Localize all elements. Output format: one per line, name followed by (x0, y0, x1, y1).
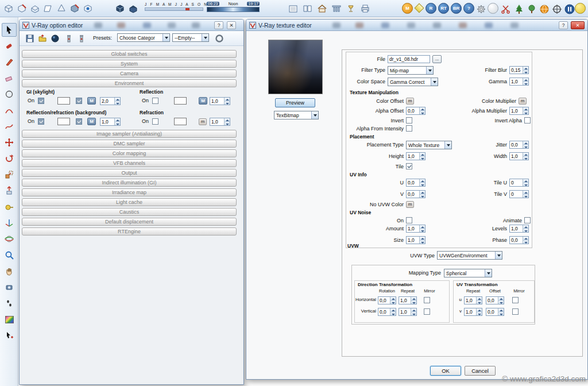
globe-icon[interactable] (538, 3, 551, 16)
section-camera[interactable]: Camera (22, 70, 237, 78)
shape-tool-icon-5[interactable] (55, 2, 68, 15)
uv-noise-on-checkbox[interactable] (406, 217, 412, 223)
eraser-tool-icon[interactable] (2, 71, 17, 85)
save-icon[interactable] (24, 33, 36, 44)
section-default-displacement[interactable]: Default displacement (22, 218, 237, 226)
move-tool-icon[interactable] (2, 136, 17, 149)
preview-button[interactable]: Preview (275, 98, 315, 107)
alpha-multiplier-spinner[interactable]: 1,0 (509, 107, 529, 115)
v-mirror-checkbox[interactable] (512, 308, 519, 315)
horizontal-rotation-spinner[interactable]: 0,0 (378, 296, 396, 304)
v-offset-spinner[interactable]: 0,0 (486, 308, 504, 316)
arc-tool-icon[interactable] (2, 103, 17, 117)
camera-tool-icon[interactable] (2, 280, 17, 294)
scissors-icon[interactable] (500, 3, 512, 16)
horizontal-repeat-spinner[interactable]: 1,0 (399, 296, 417, 304)
gi-map-button[interactable]: M (87, 97, 96, 105)
option-editor-help-button[interactable]: ? (214, 21, 223, 29)
select-tool-icon[interactable] (2, 23, 17, 37)
uvw-type-dropdown[interactable]: UVWGenEnvironment (437, 251, 502, 260)
shape-tool-icon-3[interactable] (29, 2, 41, 15)
texture-editor-help-button[interactable]: ? (559, 21, 568, 29)
columns-icon[interactable] (330, 2, 343, 15)
vertical-rotation-spinner[interactable]: 0,0 (378, 308, 396, 316)
open-icon[interactable] (37, 33, 48, 44)
section-dmc-sampler[interactable]: DMC sampler (22, 140, 237, 148)
background-color-swatch[interactable] (57, 118, 70, 125)
rotate-tool-icon[interactable] (2, 152, 17, 165)
reflection-color-swatch[interactable] (174, 97, 187, 105)
file-browse-button[interactable]: ... (432, 55, 442, 63)
section-caustics[interactable]: Caustics (22, 208, 237, 216)
solid-tool-icon-1[interactable] (114, 2, 126, 15)
shape-tool-icon-7[interactable] (82, 2, 94, 15)
circle-tool-icon[interactable] (2, 87, 17, 101)
refraction-on-checkbox[interactable] (152, 118, 158, 125)
background-color-checkbox[interactable] (76, 118, 82, 125)
section-light-cache[interactable]: Light cache (22, 198, 237, 206)
placement-type-dropdown[interactable]: Whole Texture (406, 141, 452, 149)
invert-alpha-checkbox[interactable] (524, 117, 531, 123)
rt-render-icon[interactable]: RT (438, 3, 449, 14)
color-space-dropdown[interactable]: Gamma Correct (388, 78, 438, 86)
shadow-date-thumb[interactable] (185, 8, 189, 10)
section-global-switches[interactable]: Global switches (22, 50, 237, 58)
mapping-type-dropdown[interactable]: Spherical (444, 269, 492, 277)
printer-icon[interactable] (359, 2, 372, 15)
chevron-down-icon[interactable] (485, 269, 492, 277)
height-spinner[interactable]: 1,0 (406, 152, 425, 160)
u-repeat-spinner[interactable]: 1,0 (464, 296, 482, 304)
cancel-button[interactable]: Cancel (465, 366, 496, 376)
preset-category-dropdown[interactable]: Choose Categor (117, 33, 170, 42)
levels-spinner[interactable]: 1,0 (509, 225, 529, 233)
section-color-mapping[interactable]: Color mapping (22, 149, 237, 157)
solid-tool-icon-2[interactable] (127, 2, 140, 15)
refraction-map-button[interactable]: m (199, 118, 207, 125)
gi-color-swatch[interactable] (57, 97, 70, 105)
chevron-down-icon[interactable] (311, 111, 318, 119)
v-repeat-spinner[interactable]: 1,0 (464, 308, 482, 316)
pushpull-tool-icon[interactable] (2, 184, 17, 198)
target-icon[interactable] (551, 3, 563, 16)
amount-spinner[interactable]: 1,0 (406, 225, 425, 233)
u-spinner[interactable]: 0,0 (406, 179, 425, 187)
tile-v-spinner[interactable]: 0 (509, 190, 529, 198)
refraction-color-swatch[interactable] (174, 118, 187, 125)
section-environment[interactable]: Environment (22, 79, 237, 87)
chevron-down-icon[interactable] (495, 252, 502, 259)
batch-render-icon[interactable]: BR (451, 3, 462, 14)
shadow-date-slider[interactable]: J F M A M J J A S O N D (145, 2, 203, 11)
help-plugin-icon[interactable]: ? (463, 3, 474, 14)
shape-tool-icon-1[interactable] (2, 2, 15, 15)
moment-plugin-icon[interactable]: M (402, 3, 413, 14)
orbit-tool-icon[interactable] (2, 232, 17, 246)
vertical-mirror-checkbox[interactable] (424, 308, 430, 315)
tile-checkbox[interactable] (406, 163, 412, 169)
tile-u-spinner[interactable]: 0 (509, 179, 529, 187)
section-output[interactable]: Output (22, 169, 237, 177)
alpha-offset-spinner[interactable]: 0,0 (406, 107, 425, 115)
u-mirror-checkbox[interactable] (512, 297, 519, 303)
color-multiplier-map-button[interactable]: m (519, 98, 527, 105)
gi-on-checkbox[interactable] (38, 98, 44, 104)
sphere-icon[interactable] (488, 3, 498, 14)
background-map-button[interactable]: M (87, 118, 96, 125)
u-offset-spinner[interactable]: 0,0 (486, 296, 504, 304)
pump-icon-2[interactable] (76, 33, 87, 44)
reflection-map-button[interactable]: M (199, 97, 207, 105)
chevron-down-icon[interactable] (163, 34, 169, 41)
tape-measure-tool-icon[interactable] (2, 200, 17, 214)
pan-tool-icon[interactable] (2, 264, 17, 278)
diamond-plugin-icon[interactable] (415, 3, 424, 13)
book-icon[interactable] (301, 2, 314, 15)
vertical-repeat-spinner[interactable]: 1,0 (399, 308, 417, 316)
filter-blur-spinner[interactable]: 0,15 (509, 66, 529, 74)
section-system[interactable]: System (22, 60, 237, 68)
shadow-time-slider[interactable]: 06:23 Noon 19:17 (207, 2, 260, 12)
jitter-spinner[interactable]: 0,0 (509, 141, 529, 149)
section-vfb-channels[interactable]: VFB channels (22, 159, 237, 167)
walk-tool-icon[interactable] (2, 296, 17, 310)
horizontal-mirror-checkbox[interactable] (424, 297, 430, 303)
alpha-from-intensity-checkbox[interactable] (406, 125, 412, 132)
animate-checkbox[interactable] (524, 217, 531, 223)
